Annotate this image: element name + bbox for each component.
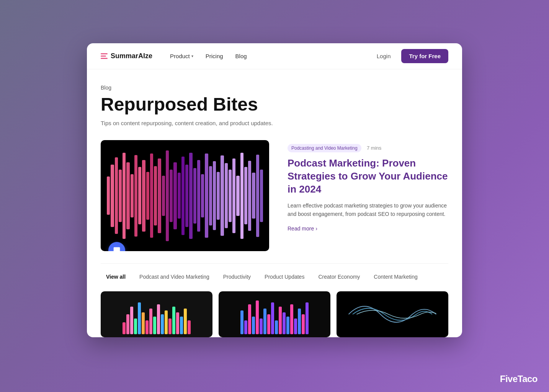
nav-links: Product ▾ Pricing Blog — [165, 50, 360, 62]
page-title: Repurposed Bites — [101, 95, 448, 115]
featured-post: Podcasting and Video Marketing 7 mins Po… — [101, 140, 448, 251]
try-free-button[interactable]: Try for Free — [401, 49, 448, 63]
mini-waveform-2 — [219, 291, 330, 337]
main-content: Blog Repurposed Bites Tips on content re… — [87, 69, 462, 338]
category-row: Podcasting and Video Marketing 7 mins — [288, 144, 448, 155]
waveform-viz — [101, 140, 269, 251]
article-card-1[interactable] — [101, 291, 212, 337]
chevron-down-icon: ▾ — [191, 54, 193, 58]
main-window: SummarAIze Product ▾ Pricing Blog Login … — [87, 43, 462, 338]
article-cards-preview — [101, 291, 448, 337]
login-button[interactable]: Login — [372, 50, 395, 62]
filter-tab-content[interactable]: Content Marketing — [368, 271, 423, 282]
nav-pricing[interactable]: Pricing — [200, 50, 229, 62]
chat-icon — [113, 247, 121, 251]
featured-post-content: Podcasting and Video Marketing 7 mins Po… — [288, 140, 448, 231]
filter-tab-all[interactable]: View all — [101, 271, 131, 282]
logo-icon — [101, 53, 108, 59]
category-badge[interactable]: Podcasting and Video Marketing — [288, 144, 361, 152]
post-title: Podcast Marketing: Proven Strategies to … — [288, 157, 448, 196]
filter-tab-creator[interactable]: Creator Economy — [313, 271, 365, 282]
nav-product[interactable]: Product ▾ — [165, 50, 199, 62]
breadcrumb: Blog — [101, 85, 448, 91]
mini-waveform-3 — [337, 291, 448, 337]
filter-tabs: View all Podcast and Video Marketing Pro… — [101, 263, 448, 291]
article-card-2[interactable] — [219, 291, 330, 337]
filter-tab-product-updates[interactable]: Product Updates — [259, 271, 310, 282]
read-time: 7 mins — [367, 145, 381, 151]
mini-waveform-1 — [101, 291, 212, 337]
filter-tab-podcast[interactable]: Podcast and Video Marketing — [134, 271, 215, 282]
watermark: FiveTaco — [500, 374, 538, 384]
nav-actions: Login Try for Free — [372, 49, 448, 63]
logo[interactable]: SummarAIze — [101, 52, 152, 60]
read-more-link[interactable]: Read more › — [288, 225, 448, 232]
article-card-3[interactable] — [337, 291, 448, 337]
featured-image — [101, 140, 269, 251]
filter-tab-productivity[interactable]: Productivity — [218, 271, 256, 282]
post-excerpt: Learn effective podcast marketing strate… — [288, 201, 448, 219]
arrow-right-icon: › — [315, 225, 317, 232]
brand-name: SummarAIze — [111, 52, 152, 60]
navbar: SummarAIze Product ▾ Pricing Blog Login … — [87, 43, 462, 69]
page-subtitle: Tips on content repurposing, content cre… — [101, 120, 448, 126]
nav-blog[interactable]: Blog — [230, 50, 252, 62]
